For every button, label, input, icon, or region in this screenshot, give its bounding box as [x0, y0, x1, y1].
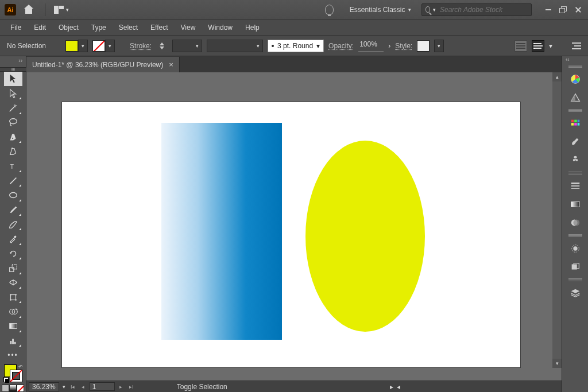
artboard[interactable]	[62, 102, 520, 367]
stroke-color-icon[interactable]	[10, 370, 22, 382]
opacity-label[interactable]: Opacity:	[328, 42, 354, 50]
swatches-panel-icon[interactable]	[566, 115, 585, 131]
style-label[interactable]: Style:	[395, 42, 412, 50]
zoom-level[interactable]: 36.23%	[29, 382, 59, 391]
next-artboard-icon[interactable]: ▸	[117, 383, 125, 391]
selection-tool[interactable]	[4, 72, 22, 86]
default-fill-stroke-icon[interactable]	[3, 377, 9, 383]
scroll-right-icon[interactable]: ▸	[390, 383, 393, 391]
stroke-label[interactable]: Stroke:	[130, 42, 152, 50]
brushes-panel-icon[interactable]	[566, 134, 585, 150]
stroke-swatch-group[interactable]: ▾	[92, 40, 115, 52]
stock-search[interactable]: ▾	[421, 3, 532, 16]
more-tools[interactable]: •••	[4, 348, 22, 362]
stroke-panel-icon[interactable]	[566, 178, 585, 194]
graphic-styles-panel-icon[interactable]	[566, 259, 585, 275]
stock-search-input[interactable]	[439, 5, 528, 14]
menu-window[interactable]: Window	[202, 21, 238, 34]
last-artboard-icon[interactable]: ▸I	[127, 383, 136, 391]
chevron-down-icon[interactable]: ▾	[549, 42, 552, 50]
restore-button[interactable]	[557, 5, 570, 15]
toolbox-expand[interactable]: ››	[0, 57, 26, 65]
vertical-scrollbar[interactable]: ▴ ▾	[552, 72, 562, 368]
menu-help[interactable]: Help	[239, 21, 265, 34]
column-graph-tool[interactable]	[4, 333, 22, 348]
direct-selection-tool[interactable]	[4, 86, 22, 100]
pen-tool[interactable]	[4, 130, 22, 144]
gradient-rectangle-shape[interactable]	[161, 123, 282, 340]
stroke-weight-dropdown[interactable]: ▾	[172, 40, 202, 52]
scroll-up-icon[interactable]: ▴	[552, 72, 562, 81]
menu-file[interactable]: File	[5, 21, 27, 34]
panel-drag-handle[interactable]	[568, 65, 582, 68]
fill-dropdown[interactable]: ▾	[78, 40, 88, 52]
stroke-swatch[interactable]	[92, 40, 105, 52]
menu-object[interactable]: Object	[53, 21, 84, 34]
free-transform-tool[interactable]	[4, 290, 22, 304]
chevron-down-icon[interactable]: ▾	[63, 384, 65, 390]
document-tab[interactable]: Untitled-1* @ 36.23% (RGB/GPU Preview) ×	[26, 57, 180, 72]
gradient-tool[interactable]	[4, 319, 22, 333]
menu-edit[interactable]: Edit	[28, 21, 52, 34]
close-button[interactable]	[572, 5, 585, 15]
ellipse-tool[interactable]	[4, 188, 22, 202]
discover-icon[interactable]	[325, 5, 334, 15]
toolbox-drag-handle[interactable]	[0, 67, 26, 72]
arrange-documents-button[interactable]: ▾	[53, 2, 69, 17]
panel-drag-handle[interactable]	[568, 172, 582, 174]
menu-view[interactable]: View	[175, 21, 202, 34]
document-setup-icon[interactable]	[514, 40, 527, 52]
lasso-tool[interactable]	[4, 115, 22, 130]
panel-drag-handle[interactable]	[568, 234, 582, 237]
preferences-icon[interactable]	[532, 40, 544, 52]
canvas-viewport[interactable]: ▴ ▾	[26, 72, 562, 381]
shape-builder-tool[interactable]	[4, 304, 22, 319]
scale-tool[interactable]	[4, 261, 22, 275]
gradient-panel-icon[interactable]	[566, 196, 585, 212]
style-dropdown[interactable]: ▾	[434, 40, 444, 52]
stroke-dropdown[interactable]: ▾	[105, 40, 115, 52]
line-tool[interactable]	[4, 173, 22, 188]
minimize-button[interactable]	[542, 5, 555, 15]
scroll-left-icon[interactable]: ◂	[397, 383, 400, 391]
control-panel-menu-icon[interactable]	[570, 42, 581, 49]
fill-swatch-group[interactable]: ▾	[65, 40, 88, 52]
width-tool[interactable]	[4, 275, 22, 290]
color-mode-solid[interactable]	[2, 385, 9, 392]
symbols-panel-icon[interactable]	[566, 152, 585, 168]
prev-artboard-icon[interactable]: ◂	[79, 383, 87, 391]
color-mode-none[interactable]	[17, 385, 24, 392]
artboard-index-input[interactable]	[90, 382, 115, 391]
swap-fill-stroke-icon[interactable]: ↶	[18, 364, 23, 370]
workspace-switcher[interactable]: Essentials Classic ▾	[344, 3, 417, 17]
eyedropper-tool[interactable]	[4, 231, 22, 246]
fill-swatch[interactable]	[65, 40, 78, 52]
menu-select[interactable]: Select	[113, 21, 144, 34]
first-artboard-icon[interactable]: I◂	[69, 383, 77, 391]
brush-definition[interactable]: 3 pt. Round ▾	[268, 40, 324, 52]
paintbrush-tool[interactable]	[4, 203, 22, 217]
rotate-tool[interactable]	[4, 246, 22, 261]
magic-wand-tool[interactable]	[4, 100, 22, 115]
opacity-more-icon[interactable]: ›	[388, 42, 390, 50]
graphic-style-swatch[interactable]	[417, 40, 430, 52]
layers-panel-icon[interactable]	[566, 285, 585, 301]
close-tab-icon[interactable]: ×	[169, 60, 173, 69]
color-panel-icon[interactable]	[566, 71, 585, 87]
color-mode-gradient[interactable]	[9, 385, 17, 392]
panel-drag-handle[interactable]	[568, 278, 582, 281]
yellow-ellipse-shape[interactable]	[305, 141, 425, 332]
menu-effect[interactable]: Effect	[145, 21, 173, 34]
menu-type[interactable]: Type	[86, 21, 112, 34]
panel-collapse[interactable]: ‹‹	[562, 56, 588, 63]
scroll-down-icon[interactable]: ▾	[552, 359, 562, 368]
fill-stroke-control[interactable]: ↶	[3, 364, 23, 383]
panel-drag-handle[interactable]	[568, 109, 582, 112]
opacity-value[interactable]: 100%	[358, 40, 384, 52]
pencil-tool[interactable]	[4, 217, 22, 231]
appearance-panel-icon[interactable]	[566, 240, 585, 257]
curvature-tool[interactable]	[4, 144, 22, 158]
variable-width-profile[interactable]: ▾	[207, 40, 263, 52]
type-tool[interactable]: T	[4, 159, 22, 173]
color-guide-panel-icon[interactable]	[566, 90, 585, 106]
